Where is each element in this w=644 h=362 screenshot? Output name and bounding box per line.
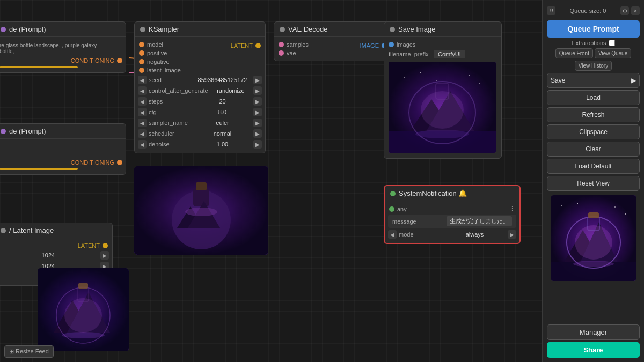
load-default-button[interactable]: Load Default <box>547 159 640 174</box>
latent-w-right[interactable]: ▶ <box>100 251 109 260</box>
latent-title: / Latent Image <box>9 226 54 234</box>
prompt1-status-dot <box>1 27 6 32</box>
prompt1-output-port[interactable] <box>117 58 122 63</box>
queue-front-button[interactable]: Queue Front <box>555 48 593 58</box>
panel-settings-icon[interactable]: ⠿ <box>547 6 555 15</box>
kssampler-status-dot <box>140 27 145 32</box>
panel-settings-btn[interactable]: ⚙ <box>620 6 629 15</box>
ks-seed-right[interactable]: ▶ <box>253 76 262 84</box>
ks-control-label: control_after_generate <box>149 87 208 94</box>
prompt1-header: de (Prompt) <box>0 22 126 37</box>
prompt1-body: re glass bottle landscape, , purple gala… <box>0 37 126 72</box>
view-queue-button[interactable]: View Queue <box>595 48 631 58</box>
sysnotif-mode-right[interactable]: ▶ <box>508 230 516 239</box>
ks-positive-port[interactable] <box>139 50 144 56</box>
prompt2-output-port[interactable] <box>117 160 122 165</box>
vae-output-label: IMAGE <box>360 42 379 49</box>
extra-options-checkbox[interactable] <box>609 40 615 46</box>
ks-seed-left[interactable]: ◀ <box>138 76 147 84</box>
prompt2-header: de (Prompt) <box>0 124 126 139</box>
svg-point-11 <box>404 77 405 78</box>
ks-sched-right[interactable]: ▶ <box>253 129 262 138</box>
ks-field-seed: ◀ seed 859366485125172 ▶ <box>135 75 265 85</box>
save-button[interactable]: Save ▶ <box>547 73 640 88</box>
ks-field-scheduler: ◀ scheduler normal ▶ <box>135 128 265 139</box>
ks-negative-port[interactable] <box>139 59 144 64</box>
ks-model-port[interactable] <box>139 42 144 47</box>
sysnotif-msg-value[interactable]: 生成が完了しました。 <box>447 216 512 226</box>
sysnotif-options-icon[interactable]: ⋮ <box>509 205 515 212</box>
manager-button[interactable]: Manager <box>547 324 640 340</box>
panel-header: ⠿ Queue size: 0 ⚙ × <box>547 4 640 17</box>
sysnotif-mode-left[interactable]: ◀ <box>388 230 397 239</box>
save-title: Save Image <box>398 25 435 33</box>
ks-output-port[interactable] <box>255 43 261 48</box>
prompt2-body: CONDITIONING <box>0 139 126 174</box>
vae-samples-port[interactable] <box>279 42 284 47</box>
ks-denoise-right[interactable]: ▶ <box>253 140 262 149</box>
clear-button[interactable]: Clear <box>547 142 640 157</box>
right-panel: ⠿ Queue size: 0 ⚙ × Queue Prompt Extra o… <box>542 0 644 362</box>
ks-input-model: model <box>135 40 185 49</box>
bottom-preview-image <box>38 268 129 351</box>
load-button[interactable]: Load <box>547 90 640 105</box>
ks-latent-port[interactable] <box>139 68 144 73</box>
ks-cfg-left[interactable]: ◀ <box>138 108 147 116</box>
svg-point-14 <box>469 75 470 76</box>
latent-output-port[interactable] <box>103 243 108 248</box>
vae-vae-port[interactable] <box>279 50 284 56</box>
view-history-button[interactable]: View History <box>575 61 612 71</box>
refresh-button[interactable]: Refresh <box>547 107 640 122</box>
prompt1-output-label: CONDITIONING <box>71 57 114 64</box>
save-input-images: images <box>384 40 501 49</box>
svg-rect-25 <box>78 283 88 289</box>
save-images-port[interactable] <box>389 42 394 47</box>
vae-status-dot <box>280 27 285 32</box>
panel-close-btn[interactable]: × <box>631 6 640 15</box>
ks-denoise-value: 1.00 <box>194 141 251 147</box>
svg-point-34 <box>614 206 616 208</box>
kssampler-title: KSampler <box>149 25 179 33</box>
latent-w-value: 1024 <box>0 252 98 258</box>
ks-denoise-left[interactable]: ◀ <box>138 140 147 149</box>
ks-cfg-right[interactable]: ▶ <box>253 108 262 116</box>
clipspace-button[interactable]: Clipspace <box>547 124 640 139</box>
reset-view-button[interactable]: Reset View <box>547 176 640 191</box>
sysnotif-any-port[interactable] <box>389 206 394 212</box>
prompt2-text[interactable] <box>0 142 126 158</box>
svg-rect-2 <box>193 188 209 206</box>
ks-field-steps: ◀ steps 20 ▶ <box>135 96 265 107</box>
sysnotif-title: SystemNotification 🔔 <box>399 189 467 197</box>
share-button[interactable]: Share <box>547 342 640 358</box>
save-prefix-label: filename_prefix <box>389 51 431 57</box>
vae-vae-label: vae <box>287 50 296 56</box>
save-label: Save <box>551 77 565 84</box>
resize-feed-button[interactable]: ⊞ Resize Feed <box>4 345 54 358</box>
save-prefix-value[interactable]: ComfyUI <box>434 50 465 58</box>
ks-model-label: model <box>147 41 163 48</box>
ks-steps-right[interactable]: ▶ <box>253 97 262 106</box>
prompt1-text[interactable]: re glass bottle landscape, , purple gala… <box>0 40 113 56</box>
svg-point-18 <box>415 130 469 138</box>
ks-control-right[interactable]: ▶ <box>253 86 262 95</box>
kssampler-header: KSampler <box>135 22 265 37</box>
latent-field-w: 1024 ▶ <box>0 250 112 261</box>
ks-sched-label: scheduler <box>149 130 192 137</box>
queue-prompt-button[interactable]: Queue Prompt <box>547 20 640 38</box>
latent-status-dot <box>1 228 6 233</box>
ks-seed-value: 859366485125172 <box>194 77 251 83</box>
svg-point-12 <box>420 72 421 73</box>
vae-title: VAE Decode <box>288 25 327 33</box>
save-status-dot <box>390 27 395 32</box>
svg-rect-3 <box>196 182 207 190</box>
svg-point-32 <box>561 205 562 206</box>
svg-point-27 <box>62 332 105 338</box>
ks-cfg-label: cfg <box>149 109 192 115</box>
ks-control-left[interactable]: ◀ <box>138 86 147 95</box>
sysnotif-field-mode: ◀ mode always ▶ <box>385 229 519 240</box>
ks-sampler-left[interactable]: ◀ <box>138 119 147 127</box>
ks-steps-left[interactable]: ◀ <box>138 97 147 106</box>
save-header: Save Image <box>384 22 501 37</box>
ks-sched-left[interactable]: ◀ <box>138 129 147 138</box>
ks-sampler-right[interactable]: ▶ <box>253 119 262 127</box>
